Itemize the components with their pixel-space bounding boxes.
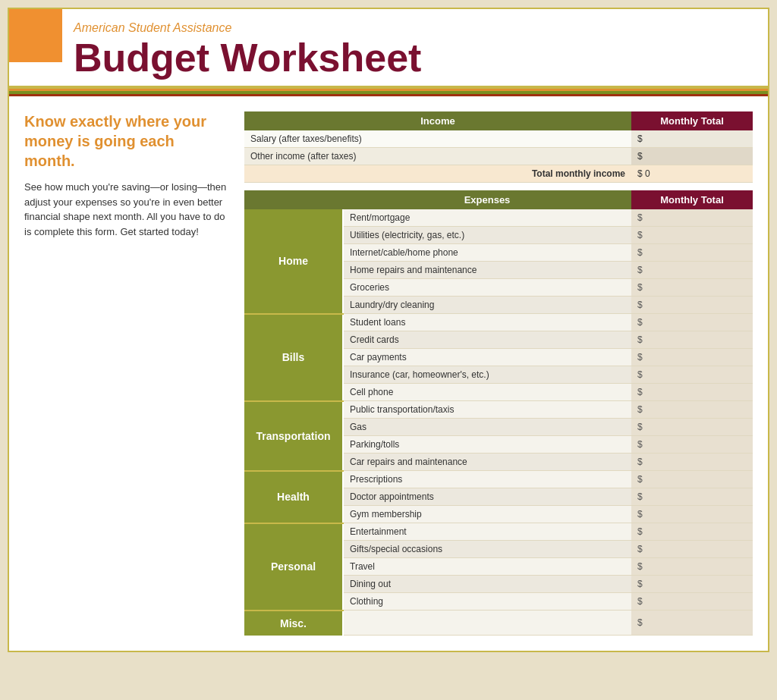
income-monthly-header: Monthly Total (631, 111, 753, 130)
expense-item-value[interactable]: $ (631, 314, 753, 331)
expense-category-row: Misc. $ (244, 611, 753, 636)
expense-row: Transportation Public transportation/tax… (244, 401, 753, 419)
expense-item-value[interactable]: $ (631, 523, 753, 541)
expense-item-label: Laundry/dry cleaning (343, 297, 631, 314)
expenses-cat-header (244, 190, 343, 209)
page-container: American Student Assistance Budget Works… (8, 8, 769, 652)
expense-item-value[interactable]: $ (631, 506, 753, 523)
expense-item-value[interactable]: $ (631, 454, 753, 471)
expense-item-value[interactable]: $ (631, 297, 753, 314)
expense-item-value[interactable]: $ (631, 227, 753, 244)
expense-item-label: Car repairs and maintenance (343, 454, 631, 471)
expense-item-label: Car payments (343, 349, 631, 366)
expense-row: Health Prescriptions $ (244, 471, 753, 488)
expense-row: Bills Student loans $ (244, 314, 753, 331)
expense-item-label (343, 611, 631, 636)
expense-item-value[interactable]: $ (631, 471, 753, 488)
income-label: Other income (after taxes) (244, 148, 631, 165)
category-label: Health (244, 471, 343, 523)
content: Know exactly where your money is going e… (9, 96, 768, 651)
expense-row: Personal Entertainment $ (244, 523, 753, 541)
expense-item-label: Parking/tolls (343, 436, 631, 454)
expense-item-label: Travel (343, 558, 631, 576)
expenses-table: Expenses Monthly Total Home Rent/mortgag… (244, 190, 753, 636)
expense-item-label: Cell phone (343, 384, 631, 401)
header: American Student Assistance Budget Works… (9, 9, 768, 80)
expense-item-value[interactable]: $ (631, 279, 753, 297)
expense-item-label: Doctor appointments (343, 488, 631, 506)
expense-item-label: Credit cards (343, 331, 631, 349)
expense-item-label: Prescriptions (343, 471, 631, 488)
expense-item-value[interactable]: $ (631, 558, 753, 576)
category-label: Personal (244, 523, 343, 611)
expense-item-value[interactable]: $ (631, 349, 753, 366)
income-row: Salary (after taxes/benefits) $ (244, 130, 753, 148)
expenses-monthly-header: Monthly Total (631, 190, 753, 209)
income-total-value[interactable]: $ 0 (631, 165, 753, 183)
expense-item-label: Entertainment (343, 523, 631, 541)
income-total-label: Total monthly income (244, 165, 631, 183)
category-label: Misc. (244, 611, 343, 636)
income-value[interactable]: $ (631, 130, 753, 148)
expense-item-value[interactable]: $ (631, 541, 753, 558)
expense-item-value[interactable]: $ (631, 436, 753, 454)
expenses-header: Expenses (343, 190, 631, 209)
income-header: Income (244, 111, 631, 130)
expense-item-value[interactable]: $ (631, 262, 753, 279)
expense-item-label: Clothing (343, 593, 631, 611)
expense-item-value[interactable]: $ (631, 419, 753, 436)
category-label: Transportation (244, 401, 343, 471)
expense-item-label: Gym membership (343, 506, 631, 523)
expense-item-label: Insurance (car, homeowner's, etc.) (343, 366, 631, 384)
expense-item-value[interactable]: $ (631, 401, 753, 419)
expense-item-label: Public transportation/taxis (343, 401, 631, 419)
category-label: Bills (244, 314, 343, 401)
header-subtitle: American Student Assistance (74, 21, 753, 35)
expense-item-label: Rent/mortgage (343, 209, 631, 227)
expense-item-value[interactable]: $ (631, 366, 753, 384)
left-panel: Know exactly where your money is going e… (24, 111, 229, 643)
expense-item-value[interactable]: $ (631, 244, 753, 262)
income-row: Other income (after taxes) $ (244, 148, 753, 165)
income-label: Salary (after taxes/benefits) (244, 130, 631, 148)
expense-item-label: Dining out (343, 576, 631, 593)
header-title: Budget Worksheet (74, 36, 753, 80)
stripe-bar (9, 86, 768, 96)
expense-item-value[interactable]: $ (631, 611, 753, 636)
income-value[interactable]: $ (631, 148, 753, 165)
left-body: See how much you're saving—or losing—the… (24, 180, 229, 239)
expense-item-value[interactable]: $ (631, 576, 753, 593)
expense-item-label: Student loans (343, 314, 631, 331)
expense-item-value[interactable]: $ (631, 384, 753, 401)
expense-item-value[interactable]: $ (631, 331, 753, 349)
expense-item-label: Groceries (343, 279, 631, 297)
expense-row: Home Rent/mortgage $ (244, 209, 753, 227)
right-panel: Income Monthly Total Salary (after taxes… (244, 111, 753, 643)
expense-item-label: Gas (343, 419, 631, 436)
orange-corner (9, 9, 62, 62)
expense-item-label: Home repairs and maintenance (343, 262, 631, 279)
expense-item-label: Gifts/special occasions (343, 541, 631, 558)
income-total-row: Total monthly income $ 0 (244, 165, 753, 183)
expense-item-value[interactable]: $ (631, 593, 753, 611)
expense-item-label: Internet/cable/home phone (343, 244, 631, 262)
expense-item-value[interactable]: $ (631, 488, 753, 506)
income-table: Income Monthly Total Salary (after taxes… (244, 111, 753, 183)
left-headline: Know exactly where your money is going e… (24, 111, 229, 171)
category-label: Home (244, 209, 343, 314)
expense-item-value[interactable]: $ (631, 209, 753, 227)
expense-item-label: Utilities (electricity, gas, etc.) (343, 227, 631, 244)
